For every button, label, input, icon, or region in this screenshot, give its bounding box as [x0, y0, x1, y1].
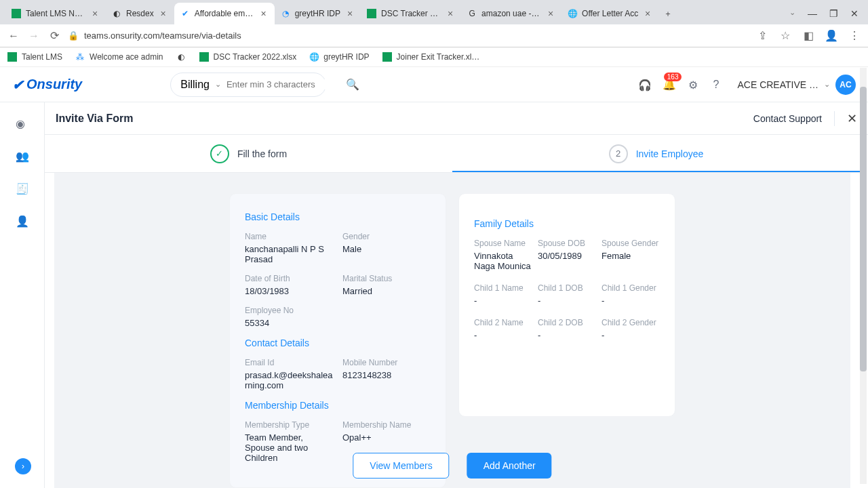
account-name: ACE CREATIVE … [737, 79, 818, 90]
field-value: Male [342, 244, 431, 254]
browser-tab[interactable]: DSC Tracker 2022× [361, 3, 461, 24]
family-details-card: Family Details Spouse NameVinnakota Naga… [458, 193, 675, 417]
tab-title: Talent LMS Nove [26, 9, 85, 18]
onsurity-icon: ✔ [180, 8, 191, 19]
add-another-button[interactable]: Add Another [467, 453, 552, 479]
field-value: - [474, 330, 532, 340]
search-pill[interactable]: Billing ⌄ 🔍 [170, 73, 326, 97]
tab-close-icon[interactable]: × [90, 8, 100, 19]
logo[interactable]: ✔Onsurity [12, 77, 82, 93]
team-icon[interactable]: 👥 [16, 150, 29, 163]
tab-title: amazon uae - Go [481, 9, 541, 18]
search-icon[interactable]: 🔍 [346, 78, 359, 91]
field-label: Spouse Gender [601, 239, 660, 248]
person-icon[interactable]: 👤 [16, 215, 29, 228]
notif-badge: 163 [664, 73, 682, 81]
profile-icon[interactable]: 👤 [825, 29, 838, 43]
step-invite-employee[interactable]: 2 Invite Employee [452, 135, 860, 172]
field-value: Opal++ [342, 432, 431, 443]
tab-close-icon[interactable]: × [545, 8, 556, 19]
bookmark-item[interactable]: ◐ [176, 52, 186, 62]
search-category[interactable]: Billing [180, 79, 210, 91]
document-icon[interactable]: 🧾 [16, 182, 29, 196]
page-header: Invite Via Form Contact Support ✕ [45, 102, 868, 135]
help-icon[interactable]: ? [713, 79, 725, 91]
close-icon[interactable]: ✕ [834, 111, 857, 126]
resdex-icon: ◐ [111, 8, 122, 19]
tab-close-icon[interactable]: × [344, 8, 355, 19]
dashboard-icon[interactable]: ◉ [16, 117, 29, 131]
support-icon[interactable]: 🎧 [638, 79, 650, 91]
panel-icon[interactable]: ◧ [802, 29, 815, 43]
tabs-dropdown-icon[interactable]: ⌄ [789, 8, 795, 19]
share-icon[interactable]: ⇪ [755, 29, 769, 43]
browser-tab[interactable]: Talent LMS Nove× [5, 3, 106, 24]
bookmark-item[interactable]: 🌐greytHR IDP [309, 52, 369, 62]
expand-sidebar-button[interactable]: › [15, 458, 31, 474]
field-label: Spouse Name [474, 239, 532, 248]
field-value: Team Member, Spouse and two Children [245, 432, 333, 463]
tab-close-icon[interactable]: × [258, 8, 269, 19]
step-fill-form[interactable]: ✓ Fill the form [45, 135, 452, 172]
app-shell: ✔Onsurity Billing ⌄ 🔍 🎧 🔔 163 ⚙ ? ACE CR… [0, 67, 868, 488]
page-title: Invite Via Form [56, 113, 133, 125]
search-input[interactable] [226, 79, 340, 89]
browser-tab[interactable]: Gamazon uae - Go× [461, 3, 561, 24]
field-label: Spouse DOB [538, 239, 596, 248]
header-actions: 🎧 🔔 163 ⚙ ? ACE CREATIVE … ⌄ AC [638, 75, 856, 95]
field-value: 8123148238 [342, 370, 431, 380]
tab-title: Resdex [126, 9, 154, 18]
address-bar[interactable]: 🔒 teams.onsurity.com/teamsure/via-detail… [68, 30, 749, 41]
lock-icon: 🔒 [68, 30, 79, 41]
field-label: Membership Name [342, 420, 431, 430]
gear-icon[interactable]: ⚙ [688, 79, 701, 91]
field-label: Employee No [245, 306, 333, 315]
close-window-icon[interactable]: ✕ [850, 8, 859, 19]
bookmark-item[interactable]: Joiner Exit Tracker.xl… [382, 52, 480, 62]
resdex-icon: ◐ [176, 52, 186, 62]
bookmark-item[interactable]: Talent LMS [7, 52, 62, 62]
chevron-down-icon[interactable]: ⌄ [215, 80, 221, 89]
tab-close-icon[interactable]: × [158, 8, 169, 19]
reload-icon[interactable]: ⟳ [47, 29, 61, 43]
bookmarks-bar: Talent LMS ⁂Welcome ace admin ◐ DSC Trac… [0, 47, 868, 67]
scrollbar[interactable] [860, 68, 867, 484]
field-value: 18/03/1983 [245, 286, 333, 296]
browser-tab-active[interactable]: ✔Affordable emplo× [174, 3, 275, 24]
scroll-thumb[interactable] [860, 87, 867, 371]
field-label: Email Id [245, 358, 333, 367]
menu-icon[interactable]: ⋮ [848, 29, 861, 43]
card-row: Basic Details Namekanchanapalli N P S Pr… [54, 173, 850, 488]
browser-tab[interactable]: ◐Resdex× [106, 3, 174, 24]
excel-icon [199, 52, 210, 62]
step-check-icon: ✓ [210, 144, 229, 163]
forward-icon[interactable]: → [27, 29, 41, 43]
field-label: Gender [342, 232, 431, 241]
field-value: Vinnakota Naga Mounica [474, 251, 532, 271]
step-number: 2 [609, 144, 628, 163]
notifications-button[interactable]: 🔔 163 [663, 78, 676, 91]
field-label: Child 1 Name [474, 283, 532, 293]
account-menu[interactable]: ACE CREATIVE … ⌄ AC [737, 75, 856, 95]
tab-close-icon[interactable]: × [642, 8, 653, 19]
field-value: - [538, 330, 596, 340]
excel-icon [366, 8, 377, 19]
browser-tab[interactable]: 🌐Offer Letter Acc× [561, 3, 658, 24]
star-icon[interactable]: ☆ [778, 29, 792, 43]
field-label: Date of Birth [245, 274, 333, 283]
bookmark-item[interactable]: ⁂Welcome ace admin [75, 52, 163, 62]
tab-close-icon[interactable]: × [445, 8, 456, 19]
minimize-icon[interactable]: — [808, 8, 817, 19]
field-label: Child 2 Gender [601, 318, 660, 327]
contact-support-link[interactable]: Contact Support [753, 113, 822, 124]
url-text: teams.onsurity.com/teamsure/via-details [84, 30, 241, 41]
maximize-icon[interactable]: ❐ [829, 8, 838, 19]
new-tab-button[interactable]: ＋ [658, 3, 677, 24]
bookmark-item[interactable]: DSC Tracker 2022.xlsx [199, 52, 297, 62]
action-buttons: View Members Add Another [353, 453, 551, 479]
back-icon[interactable]: ← [7, 29, 20, 43]
browser-tab[interactable]: ◔greytHR IDP× [275, 3, 361, 24]
field-value: - [601, 296, 660, 306]
view-members-button[interactable]: View Members [353, 453, 449, 479]
field-value: - [538, 296, 596, 306]
